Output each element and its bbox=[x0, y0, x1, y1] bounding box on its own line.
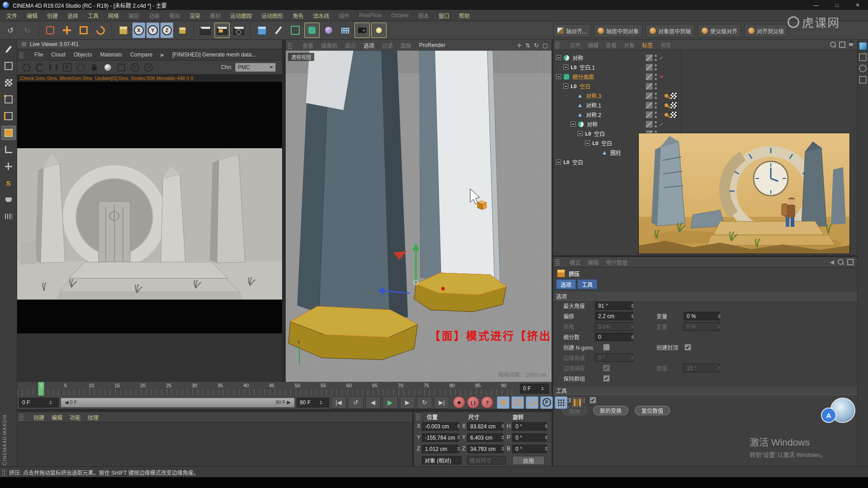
stepper[interactable] bbox=[48, 399, 52, 406]
stepper[interactable] bbox=[500, 445, 505, 452]
visibility-dots[interactable] bbox=[655, 102, 657, 108]
menu-character[interactable]: 角色 bbox=[292, 12, 303, 19]
collapse-toggle[interactable] bbox=[556, 74, 561, 79]
render-settings-button[interactable] bbox=[231, 23, 246, 38]
close-button[interactable]: ✕ bbox=[847, 0, 868, 10]
menu-animate[interactable]: 动画 bbox=[149, 12, 160, 19]
preserve-groups-checkbox[interactable]: ✔ bbox=[603, 375, 610, 382]
phong-tag-icon[interactable] bbox=[665, 113, 668, 117]
collapse-toggle[interactable] bbox=[571, 122, 576, 127]
render-view-button[interactable] bbox=[198, 23, 213, 38]
kernel-settings-button[interactable] bbox=[76, 63, 85, 72]
mat-menu-texture[interactable]: 纹理 bbox=[88, 413, 99, 421]
menu-simulate[interactable]: 模拟 bbox=[169, 12, 180, 19]
offset-input[interactable]: 2.2 cm bbox=[595, 312, 633, 320]
om-menu-file[interactable]: 文件 bbox=[570, 41, 580, 49]
viewport-pan-icon[interactable]: ✛ bbox=[517, 42, 522, 49]
layer-tag[interactable] bbox=[646, 121, 653, 128]
structure-tab-icon[interactable] bbox=[859, 76, 867, 84]
collapse-toggle[interactable] bbox=[563, 84, 568, 89]
pause-render-button[interactable] bbox=[49, 63, 58, 72]
menu-tools[interactable]: 工具 bbox=[88, 12, 99, 19]
scale-tool-button[interactable] bbox=[76, 23, 91, 38]
edge-snap-checkbox[interactable]: ✔ bbox=[603, 365, 610, 371]
texture-mode-button[interactable] bbox=[1, 75, 16, 90]
undo-button[interactable]: ↺ bbox=[3, 23, 18, 38]
edges-mode-button[interactable] bbox=[1, 109, 16, 123]
lv-menu-objects[interactable]: Objects bbox=[74, 52, 92, 58]
max-angle-input[interactable]: 91 ° bbox=[595, 301, 633, 310]
new-transform-button[interactable]: 新的变换 bbox=[593, 406, 628, 415]
layer-tag[interactable] bbox=[646, 73, 653, 80]
lv-menu-cloud[interactable]: Cloud bbox=[51, 52, 65, 58]
menu-script[interactable]: 脚本 bbox=[418, 12, 429, 19]
tab-options[interactable]: 选项 bbox=[556, 279, 576, 289]
om-menu-tags[interactable]: 标签 bbox=[642, 41, 653, 49]
om-menu-bookmarks[interactable]: 书签 bbox=[660, 41, 671, 49]
tree-row-symmetry-1[interactable]: ▲ 对称.1 bbox=[553, 100, 857, 110]
lock-z-axis-button[interactable]: Z bbox=[160, 23, 173, 38]
tag-icons[interactable] bbox=[665, 102, 677, 109]
axis-mode-button[interactable] bbox=[1, 159, 16, 174]
lv-menu-materials[interactable]: Materials bbox=[100, 52, 122, 58]
reset-values-button[interactable]: 复位数值 bbox=[635, 406, 670, 415]
make-editable-button[interactable] bbox=[1, 42, 16, 56]
frame-end-spinner[interactable]: 90 F bbox=[297, 398, 329, 408]
add-camera-button[interactable] bbox=[354, 23, 370, 38]
stepper[interactable] bbox=[500, 422, 505, 430]
octane-settings-button[interactable] bbox=[22, 63, 31, 72]
stepper[interactable] bbox=[717, 364, 721, 372]
snap-value-input[interactable]: 15 ° bbox=[684, 364, 720, 372]
section-options[interactable]: 选项 bbox=[553, 292, 857, 300]
size-x-input[interactable]: 83.824 cm bbox=[467, 422, 503, 431]
add-deformer-button[interactable] bbox=[321, 23, 336, 38]
vp-menu-camera[interactable]: 摄像机 bbox=[321, 42, 337, 49]
vp-menu-filter[interactable]: 过滤 bbox=[382, 42, 393, 49]
add-spline-button[interactable] bbox=[271, 23, 286, 38]
rot-b-input[interactable]: 0 ° bbox=[512, 445, 547, 453]
layer-tag[interactable] bbox=[646, 111, 653, 118]
menu-select[interactable]: 选择 bbox=[67, 12, 78, 19]
lock-y-axis-button[interactable]: Y bbox=[146, 23, 159, 38]
lv-menu-file[interactable]: File bbox=[34, 52, 43, 58]
visibility-dots[interactable] bbox=[655, 83, 657, 89]
mat-menu-edit[interactable]: 编辑 bbox=[52, 413, 62, 421]
stepper[interactable] bbox=[456, 433, 460, 441]
stepper[interactable] bbox=[630, 323, 634, 330]
stepper[interactable] bbox=[500, 433, 505, 441]
menu-octane[interactable]: Octane bbox=[391, 12, 409, 19]
history-back-icon[interactable]: ◀ bbox=[830, 259, 834, 265]
collapse-toggle[interactable] bbox=[585, 141, 590, 145]
visibility-dots[interactable] bbox=[655, 64, 657, 70]
workplane-button[interactable] bbox=[1, 142, 16, 157]
menu-create[interactable]: 创建 bbox=[47, 12, 58, 19]
menu-help[interactable]: 帮助 bbox=[459, 12, 470, 19]
texture-tag-icon[interactable] bbox=[670, 111, 677, 118]
octane-render-view[interactable]: GTX 1050 Ti[T][6.1] %32 39°C Out-of-core… bbox=[17, 82, 282, 333]
add-primitive-button[interactable] bbox=[254, 23, 269, 38]
focus-picker-button[interactable]: F bbox=[130, 63, 139, 72]
view-label[interactable]: 透视视图 bbox=[288, 53, 314, 61]
collapse-toggle[interactable] bbox=[556, 160, 561, 164]
om-menu-edit[interactable]: 编辑 bbox=[588, 41, 599, 49]
attr-menu-mode[interactable]: 模式 bbox=[570, 258, 580, 266]
reset-button[interactable]: R bbox=[62, 63, 71, 72]
timeline-ruler[interactable]: 0 5 10 15 20 25 30 35 40 45 50 55 60 65 … bbox=[17, 382, 552, 396]
play-backwards-button[interactable]: ↺ bbox=[348, 396, 363, 409]
visibility-dots[interactable] bbox=[655, 112, 657, 118]
scene-tab-icon[interactable] bbox=[859, 65, 867, 72]
menu-motion-tracker[interactable]: 运动跟踪 bbox=[230, 12, 252, 19]
record-rotation-toggle[interactable] bbox=[526, 396, 538, 409]
vp-menu-prorender[interactable]: ProRender bbox=[419, 42, 445, 48]
add-generator-button[interactable] bbox=[288, 23, 303, 38]
drag-grip[interactable] bbox=[416, 413, 420, 420]
tab-tool[interactable]: 工具 bbox=[577, 279, 597, 289]
vp-menu-display[interactable]: 显示 bbox=[345, 42, 356, 49]
previous-key-button[interactable]: ◀ bbox=[365, 396, 381, 409]
stepper[interactable] bbox=[630, 302, 634, 310]
viewport-dolly-icon[interactable]: ⇅ bbox=[525, 42, 530, 49]
phong-tag-icon[interactable] bbox=[665, 103, 668, 107]
stepper[interactable] bbox=[319, 399, 323, 406]
tree-row-symmetry[interactable]: 对称 ✓ bbox=[553, 53, 857, 62]
quantize-button[interactable] bbox=[1, 209, 16, 224]
